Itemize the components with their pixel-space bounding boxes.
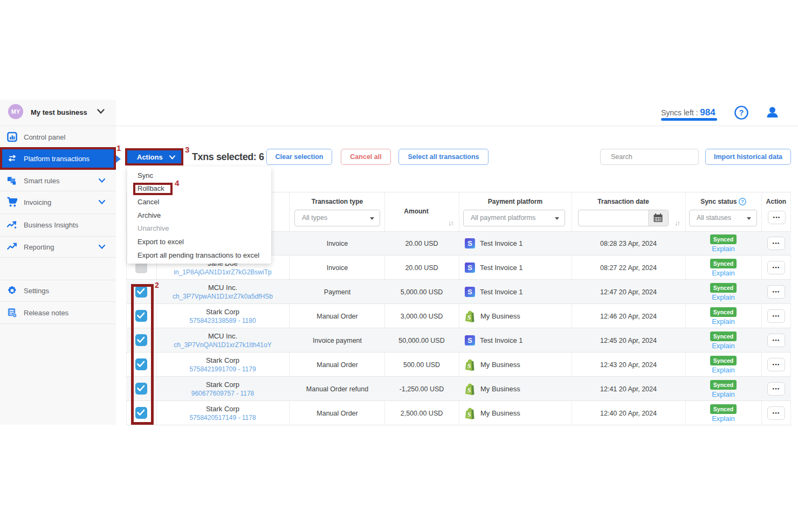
- svg-text:S: S: [467, 362, 471, 369]
- svg-text:S: S: [467, 386, 471, 393]
- svg-text:?: ?: [739, 108, 744, 117]
- svg-text:S: S: [467, 313, 471, 321]
- svg-text:S: S: [467, 410, 471, 418]
- svg-text:?: ?: [741, 199, 744, 204]
